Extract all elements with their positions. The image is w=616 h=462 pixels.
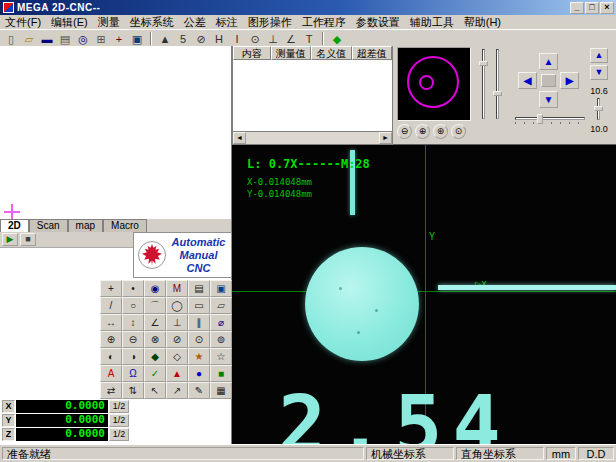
intersect-tool[interactable]: ⊗ [144,331,166,348]
zoom-out-button[interactable]: ▼ [590,65,608,80]
alarm-tool[interactable]: ▲ [166,365,188,382]
table-column-header[interactable]: 名义值 [311,46,351,60]
edit-tool[interactable]: ✎ [188,382,210,399]
run-program-icon[interactable]: ◆ [328,31,346,46]
menu-item[interactable]: 公差 [179,15,211,29]
trim-tool[interactable]: ⊘ [166,331,188,348]
concentric-tool[interactable]: ⊙ [188,331,210,348]
green-square-tool[interactable]: ■ [210,365,232,382]
combine-minus-tool[interactable]: ⊖ [122,331,144,348]
i-beam-icon[interactable]: I [228,31,246,46]
pointer-select-tool[interactable]: + [100,280,122,297]
menu-item[interactable]: 编辑(E) [46,15,93,29]
pattern-tool[interactable]: ▦ [210,382,232,399]
center-light-button[interactable]: ⊙ [451,124,466,139]
move-up-left-tool[interactable]: ↖ [144,382,166,399]
half-left-tool[interactable]: ◐ [100,348,122,365]
menu-item[interactable]: 图形操作 [243,15,297,29]
half-right-tool[interactable]: ◑ [122,348,144,365]
slider-handle[interactable] [493,91,502,96]
swap-vertical-tool[interactable]: ⇅ [122,382,144,399]
z-half-button[interactable]: 1/2 [109,428,129,441]
scroll-right-icon[interactable]: ► [379,132,392,144]
menu-item[interactable]: 坐标系统 [125,15,179,29]
tab-2d[interactable]: 2D [0,219,29,232]
hand-tool-icon[interactable]: ⊘ [192,31,210,46]
circle-tool[interactable]: ○ [122,297,144,314]
grid-icon[interactable]: ⊞ [92,31,110,46]
distance-tool[interactable]: ↔ [100,314,122,331]
slot-tool[interactable]: ▱ [210,297,232,314]
stage-center-button[interactable] [541,74,556,87]
combine-plus-tool[interactable]: ⊕ [100,331,122,348]
live-camera-view[interactable]: Y ▷x L: 0.7X------M:28 X-0.014048mm Y-0.… [232,145,616,444]
list-view-tool[interactable]: ▤ [188,280,210,297]
point-tool[interactable]: • [122,280,144,297]
zoom-in-button[interactable]: ▲ [590,48,608,63]
table-column-header[interactable]: 测量值 [271,46,311,60]
blue-dot-tool[interactable]: ● [188,365,210,382]
accept-tool[interactable]: ✓ [144,365,166,382]
graphics-canvas[interactable] [0,46,232,219]
menu-item[interactable]: 参数设置 [351,15,405,29]
perpendicular-icon[interactable]: ⊥ [264,31,282,46]
menu-item[interactable]: 测量 [93,15,125,29]
line-tool[interactable]: / [100,297,122,314]
open-icon[interactable]: ▱ [20,31,38,46]
camera-navigator-preview[interactable] [397,47,471,121]
light-decrease-button[interactable]: ⊖ [397,124,412,139]
light-slider-2[interactable] [493,49,502,119]
slider-handle[interactable] [537,114,543,124]
crosshair-icon[interactable]: + [110,31,128,46]
print-icon[interactable]: ▤ [56,31,74,46]
text-label-icon[interactable]: T [300,31,318,46]
tab-map[interactable]: map [68,219,103,232]
magnification-slider[interactable] [594,98,603,120]
scrollbar-track[interactable] [246,132,379,144]
move-up-right-tool[interactable]: ↗ [166,382,188,399]
parallel-tool[interactable]: ∥ [188,314,210,331]
triangle-measure-icon[interactable]: ▲ [156,31,174,46]
diameter-tool[interactable]: ⌀ [210,314,232,331]
omega-probe-tool[interactable]: Ω [122,365,144,382]
table-column-header[interactable]: 内容 [233,46,271,60]
five-point-icon[interactable]: 5 [174,31,192,46]
maximize-button[interactable]: □ [585,2,599,14]
angle-icon[interactable]: ∠ [282,31,300,46]
menu-item[interactable]: 标注 [211,15,243,29]
diamond-tool[interactable]: ◆ [144,348,166,365]
stage-down-button[interactable]: ▼ [539,91,558,108]
table-horizontal-scrollbar[interactable]: ◄ ► [233,131,392,144]
arc-tool[interactable]: ⌒ [144,297,166,314]
close-button[interactable]: × [600,2,614,14]
new-icon[interactable]: ▯ [2,31,20,46]
tab-scan[interactable]: Scan [29,219,68,232]
star-tool[interactable]: ★ [188,348,210,365]
speed-slider[interactable] [515,114,585,124]
outline-star-tool[interactable]: ☆ [210,348,232,365]
menu-item[interactable]: 帮助(H) [459,15,506,29]
image-capture-tool[interactable]: ▣ [210,280,232,297]
capture-icon[interactable]: ▣ [128,31,146,46]
height-measure-icon[interactable]: H [210,31,228,46]
light-increase-button[interactable]: ⊕ [415,124,430,139]
outline-diamond-tool[interactable]: ◇ [166,348,188,365]
angle-tool[interactable]: ∠ [144,314,166,331]
measure-memory-tool[interactable]: M [166,280,188,297]
ellipse-tool[interactable]: ◯ [166,297,188,314]
focus-point-tool[interactable]: ◉ [144,280,166,297]
stage-up-button[interactable]: ▲ [539,53,558,70]
minimize-button[interactable]: _ [570,2,584,14]
slider-handle[interactable] [479,61,488,66]
play-button[interactable]: ▶ [2,233,18,246]
slider-handle[interactable] [594,106,603,111]
swap-horizontal-tool[interactable]: ⇄ [100,382,122,399]
circle-probe-icon[interactable]: ⊙ [246,31,264,46]
scroll-left-icon[interactable]: ◄ [233,132,246,144]
menu-item[interactable]: 辅助工具 [405,15,459,29]
table-column-header[interactable]: 超差值 [352,46,392,60]
menu-item[interactable]: 文件(F) [0,15,46,29]
auto-light-button[interactable]: ⊛ [433,124,448,139]
menu-item[interactable]: 工作程序 [297,15,351,29]
stage-right-button[interactable]: ▶ [560,72,579,89]
